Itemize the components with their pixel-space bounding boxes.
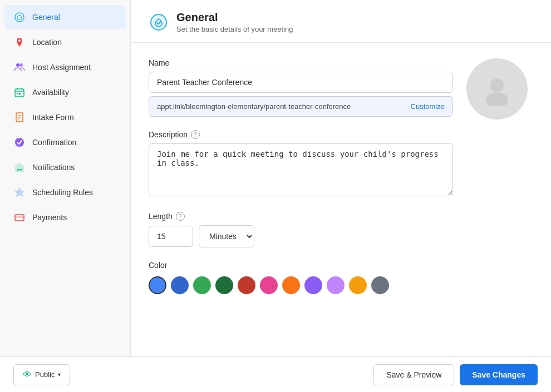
sidebar-item-label: Payments: [32, 213, 67, 222]
page-header-text: General Set the basic details of your me…: [176, 11, 293, 33]
name-label: Name: [149, 58, 453, 67]
sidebar-item-host-assignment[interactable]: Host Assignment: [4, 55, 126, 80]
svg-point-3: [19, 63, 23, 67]
notifications-icon: [13, 161, 26, 173]
sidebar-item-intake-form[interactable]: Intake Form: [4, 105, 126, 130]
svg-point-2: [16, 63, 19, 67]
customize-button[interactable]: Customize: [403, 97, 452, 116]
description-label: Description ?: [149, 130, 453, 139]
color-swatches: [149, 276, 453, 294]
description-help-icon[interactable]: ?: [191, 130, 200, 139]
avatar: [466, 58, 528, 120]
sidebar-item-label: General: [32, 13, 60, 22]
sidebar-item-scheduling-rules[interactable]: Scheduling Rules: [4, 180, 126, 205]
form-section: Name appt.link/bloomington-elementary/pa…: [149, 58, 453, 341]
color-swatch-red[interactable]: [238, 276, 255, 294]
svg-rect-6: [19, 93, 21, 95]
color-swatch-purple[interactable]: [304, 276, 322, 294]
svg-rect-10: [15, 216, 24, 218]
svg-rect-5: [17, 93, 18, 95]
general-icon: [149, 12, 169, 32]
color-swatch-light-purple[interactable]: [327, 276, 345, 294]
payments-icon: [13, 211, 26, 224]
main-content: General Set the basic details of your me…: [131, 0, 551, 356]
sidebar-item-label: Host Assignment: [32, 63, 91, 72]
availability-icon: [13, 86, 26, 98]
sidebar-item-notifications[interactable]: Notifications: [4, 155, 126, 180]
sidebar-item-label: Scheduling Rules: [32, 188, 93, 197]
color-swatch-gray[interactable]: [371, 276, 389, 294]
color-label: Color: [149, 261, 453, 270]
avatar-section: [466, 58, 533, 341]
url-text: appt.link/bloomington-elementary/parent-…: [149, 97, 403, 116]
name-field-group: Name appt.link/bloomington-elementary/pa…: [149, 58, 453, 117]
sidebar-item-payments[interactable]: Payments: [4, 205, 126, 230]
sidebar-item-label: Intake Form: [32, 113, 74, 122]
length-label: Length ?: [149, 212, 453, 221]
footer-right: Save & Preview Save Changes: [373, 364, 538, 385]
description-textarea[interactable]: Join me for a quick meeting to discuss y…: [149, 143, 453, 196]
page-header: General Set the basic details of your me…: [131, 0, 551, 43]
color-swatch-blue[interactable]: [149, 276, 166, 294]
svg-point-0: [15, 13, 24, 22]
scheduling-rules-icon: [13, 186, 26, 199]
sidebar-item-label: Notifications: [32, 163, 75, 172]
save-preview-button[interactable]: Save & Preview: [373, 364, 454, 385]
sidebar-item-location[interactable]: Location: [4, 30, 126, 54]
color-swatch-dark-green[interactable]: [215, 276, 233, 294]
name-input[interactable]: [149, 72, 453, 93]
svg-point-1: [18, 39, 21, 42]
color-swatch-yellow[interactable]: [349, 276, 367, 294]
color-swatch-green[interactable]: [193, 276, 211, 294]
sidebar-item-general[interactable]: General: [4, 5, 126, 29]
public-label: Public: [35, 370, 55, 379]
color-swatch-dark-blue[interactable]: [171, 276, 189, 294]
color-swatch-pink[interactable]: [260, 276, 278, 294]
page-subtitle: Set the basic details of your meeting: [176, 25, 293, 33]
svg-point-8: [15, 138, 24, 147]
page-title: General: [176, 11, 293, 24]
url-row: appt.link/bloomington-elementary/parent-…: [149, 96, 453, 117]
footer-left: 👁 Public ▾: [13, 364, 70, 385]
sidebar-item-confirmation[interactable]: Confirmation: [4, 130, 126, 155]
location-icon: [13, 36, 26, 48]
length-number-input[interactable]: [149, 226, 193, 247]
footer: 👁 Public ▾ Save & Preview Save Changes: [0, 356, 551, 392]
eye-icon: 👁: [23, 370, 32, 380]
host-assignment-icon: [13, 61, 26, 73]
save-changes-button[interactable]: Save Changes: [460, 364, 538, 385]
svg-point-12: [490, 78, 504, 92]
sidebar-item-label: Availability: [32, 88, 69, 97]
svg-point-11: [151, 14, 166, 30]
public-button[interactable]: 👁 Public ▾: [13, 364, 70, 385]
confirmation-icon: [13, 136, 26, 148]
color-swatch-orange[interactable]: [282, 276, 300, 294]
page-body: Name appt.link/bloomington-elementary/pa…: [131, 43, 551, 356]
length-field-group: Length ? Minutes Hours: [149, 212, 453, 247]
sidebar: GeneralLocationHost AssignmentAvailabili…: [0, 0, 131, 356]
length-unit-select[interactable]: Minutes Hours: [199, 225, 254, 247]
description-field-group: Description ? Join me for a quick meetin…: [149, 130, 453, 199]
svg-point-13: [486, 92, 508, 106]
chevron-down-icon: ▾: [58, 371, 61, 378]
intake-form-icon: [13, 111, 26, 123]
sidebar-item-label: Location: [32, 38, 62, 47]
sidebar-item-availability[interactable]: Availability: [4, 80, 126, 105]
color-field-group: Color: [149, 261, 453, 294]
sidebar-item-label: Confirmation: [32, 138, 76, 147]
length-help-icon[interactable]: ?: [176, 212, 185, 221]
general-icon: [13, 11, 26, 23]
length-row: Minutes Hours: [149, 225, 453, 247]
